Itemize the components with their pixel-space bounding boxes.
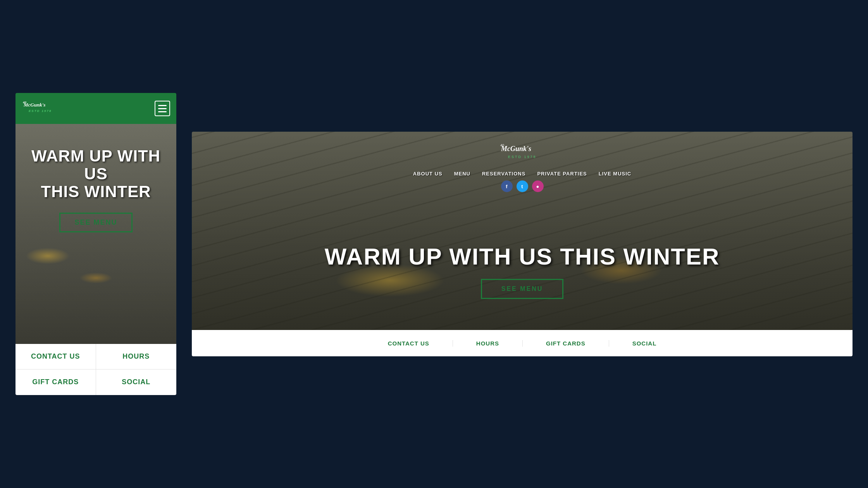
mobile-footer-gift-cards[interactable]: GIFT CARDS	[16, 369, 96, 395]
instagram-icon[interactable]: ●	[532, 180, 544, 192]
svg-text:ESTD 1978: ESTD 1978	[508, 155, 537, 159]
mobile-hero-title: WARM UP WITH US THIS WINTER	[16, 147, 176, 201]
desktop-hero: McGunk's ESTD 1978 40 ABOUT US MENU RESE…	[192, 132, 852, 330]
desktop-nav-links: ABOUT US MENU RESERVATIONS PRIVATE PARTI…	[413, 171, 631, 177]
desktop-footer-gift-cards[interactable]: GIFT CARDS	[523, 340, 609, 347]
mobile-footer: CONTACT US HOURS GIFT CARDS SOCIAL	[16, 344, 176, 395]
mobile-footer-contact-us[interactable]: CONTACT US	[16, 344, 96, 369]
twitter-icon[interactable]: t	[517, 180, 528, 192]
hamburger-button[interactable]	[155, 101, 170, 116]
nav-live-music[interactable]: LIVE MUSIC	[599, 171, 631, 177]
hamburger-line-2	[158, 108, 167, 109]
facebook-icon[interactable]: f	[501, 180, 513, 192]
desktop-see-menu-button[interactable]: SEE MENU	[481, 279, 564, 299]
mobile-header: McGunk's ESTD 1978 40	[16, 93, 176, 124]
svg-text:40: 40	[22, 101, 26, 104]
desktop-footer: CONTACT US HOURS GIFT CARDS SOCIAL	[192, 330, 852, 356]
mobile-see-menu-button[interactable]: SEE MENU	[59, 213, 132, 232]
svg-text:ESTD 1978: ESTD 1978	[29, 109, 52, 113]
desktop-footer-social[interactable]: SOCIAL	[609, 340, 680, 347]
desktop-nav: McGunk's ESTD 1978 40 ABOUT US MENU RESE…	[192, 132, 852, 192]
mobile-logo: McGunk's ESTD 1978 40	[22, 98, 57, 119]
mobile-footer-social[interactable]: SOCIAL	[96, 369, 177, 395]
desktop-logo-svg: McGunk's ESTD 1978 40	[497, 139, 548, 165]
nav-reservations[interactable]: RESERVATIONS	[482, 171, 525, 177]
mobile-footer-hours[interactable]: HOURS	[96, 344, 177, 369]
hamburger-line-1	[158, 105, 167, 106]
nav-menu[interactable]: MENU	[454, 171, 470, 177]
mobile-panel: McGunk's ESTD 1978 40 WARM UP WITH US TH…	[16, 93, 176, 395]
mobile-hero: WARM UP WITH US THIS WINTER SEE MENU	[16, 124, 176, 344]
nav-about-us[interactable]: ABOUT US	[413, 171, 443, 177]
desktop-hero-title: WARM UP WITH US THIS WINTER	[325, 244, 720, 270]
nav-private-parties[interactable]: PRIVATE PARTIES	[537, 171, 587, 177]
mobile-logo-svg: McGunk's ESTD 1978 40	[22, 98, 57, 117]
svg-text:McGunk's: McGunk's	[23, 102, 45, 108]
mobile-hero-content: WARM UP WITH US THIS WINTER SEE MENU	[16, 124, 176, 344]
svg-text:40: 40	[500, 143, 504, 147]
desktop-logo: McGunk's ESTD 1978 40	[497, 139, 548, 166]
desktop-footer-hours[interactable]: HOURS	[453, 340, 523, 347]
desktop-hero-content: WARM UP WITH US THIS WINTER SEE MENU	[192, 244, 852, 299]
desktop-social-icons: f t ●	[501, 180, 544, 192]
desktop-panel: McGunk's ESTD 1978 40 ABOUT US MENU RESE…	[192, 132, 852, 356]
svg-text:McGunk's: McGunk's	[501, 145, 531, 153]
hamburger-line-3	[158, 111, 167, 112]
desktop-footer-contact-us[interactable]: CONTACT US	[365, 340, 453, 347]
